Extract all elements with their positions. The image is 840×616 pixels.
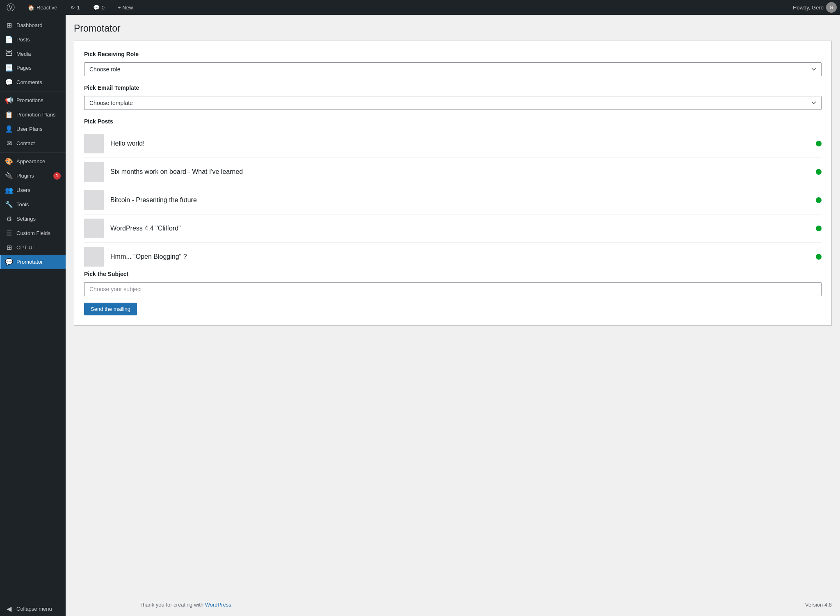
sidebar-item-appearance[interactable]: 🎨 Appearance (0, 154, 66, 169)
promotions-icon: 📢 (5, 96, 13, 104)
posts-icon: 📄 (5, 36, 13, 43)
collapse-icon: ◀ (5, 605, 13, 613)
promotator-icon: 💬 (5, 258, 13, 266)
page-title: Promotator (74, 23, 832, 34)
sidebar-item-tools[interactable]: 🔧 Tools (0, 197, 66, 212)
post-selected-indicator (816, 169, 822, 175)
promotion-plans-icon: 📋 (5, 111, 13, 119)
sidebar-item-contact[interactable]: ✉ Contact (0, 136, 66, 151)
receiving-role-label: Pick Receiving Role (84, 51, 822, 57)
sidebar-divider (0, 91, 66, 91)
site-name: Reactive (37, 5, 57, 11)
sidebar-item-pages[interactable]: 📃 Pages (0, 61, 66, 75)
settings-icon: ⚙ (5, 215, 13, 223)
comments-button[interactable]: 💬 0 (90, 0, 108, 15)
post-thumbnail (84, 247, 104, 267)
avatar: G (826, 2, 837, 13)
comments-icon: 💬 (93, 5, 100, 11)
sidebar-divider (0, 271, 66, 271)
sidebar-label: Media (16, 51, 61, 57)
sidebar-label: Dashboard (16, 22, 61, 28)
sidebar: ⊞ Dashboard 📄 Posts 🖼 Media 📃 Pages 💬 Co… (0, 15, 66, 616)
sidebar-item-dashboard[interactable]: ⊞ Dashboard (0, 18, 66, 32)
sidebar-label: Contact (16, 140, 61, 146)
sidebar-label: Comments (16, 79, 61, 85)
plugins-icon: 🔌 (5, 172, 13, 180)
sidebar-item-comments[interactable]: 💬 Comments (0, 75, 66, 89)
sidebar-label: Promotion Plans (16, 112, 61, 118)
sidebar-label: Promotions (16, 97, 61, 103)
post-selected-indicator (816, 254, 822, 260)
post-title: Hello world! (110, 140, 816, 147)
sidebar-label: Pages (16, 65, 61, 71)
post-title: Bitcoin - Presenting the future (110, 196, 816, 204)
sidebar-item-custom-fields[interactable]: ☰ Custom Fields (0, 226, 66, 240)
post-thumbnail (84, 190, 104, 210)
email-template-select[interactable]: Choose template (84, 96, 822, 110)
howdy-text: Howdy, Gero (793, 5, 824, 11)
appearance-icon: 🎨 (5, 157, 13, 165)
send-mailing-button[interactable]: Send the mailing (84, 303, 137, 315)
sidebar-label: Collapse menu (16, 606, 61, 612)
sidebar-item-settings[interactable]: ⚙ Settings (0, 212, 66, 226)
wordpress-link[interactable]: WordPress (205, 602, 231, 608)
sidebar-item-cpt-ui[interactable]: ⊞ CPT UI (0, 240, 66, 255)
tools-icon: 🔧 (5, 201, 13, 208)
list-item[interactable]: Hello world! (84, 130, 822, 158)
sidebar-label: CPT UI (16, 244, 61, 251)
sidebar-item-promotions[interactable]: 📢 Promotions (0, 93, 66, 107)
comments-icon: 💬 (5, 78, 13, 86)
post-title: Hmm... "Open Blogging" ? (110, 253, 816, 260)
sidebar-item-users[interactable]: 👥 Users (0, 183, 66, 197)
media-icon: 🖼 (5, 50, 13, 57)
sidebar-item-plugins[interactable]: 🔌 Plugins 1 (0, 169, 66, 183)
list-item[interactable]: Six months work on board - What I've lea… (84, 158, 822, 186)
list-item[interactable]: Hmm... "Open Blogging" ? (84, 243, 822, 271)
site-name-button[interactable]: 🏠 Reactive (25, 0, 61, 15)
version-text: Version 4.8 (805, 602, 832, 608)
updates-button[interactable]: ↻ 1 (67, 0, 83, 15)
receiving-role-select[interactable]: Choose role Administrator Editor Author … (84, 62, 822, 76)
new-content-button[interactable]: + New (114, 0, 136, 15)
sidebar-label: Appearance (16, 158, 61, 164)
wp-logo-button[interactable]: Ⓥ (3, 0, 18, 15)
list-item[interactable]: Bitcoin - Presenting the future (84, 186, 822, 214)
sidebar-item-user-plans[interactable]: 👤 User Plans (0, 122, 66, 136)
custom-fields-icon: ☰ (5, 229, 13, 237)
user-menu-button[interactable]: Howdy, Gero G (793, 2, 837, 13)
wp-logo-icon: Ⓥ (7, 2, 15, 13)
plugins-badge: 1 (53, 172, 61, 180)
post-selected-indicator (816, 197, 822, 203)
post-selected-indicator (816, 141, 822, 146)
post-thumbnail (84, 162, 104, 182)
sidebar-label: User Plans (16, 126, 61, 132)
sidebar-label: Plugins (16, 173, 50, 179)
sidebar-item-promotion-plans[interactable]: 📋 Promotion Plans (0, 107, 66, 122)
home-icon: 🏠 (28, 5, 34, 11)
post-title: WordPress 4.4 "Clifford" (110, 225, 816, 232)
sidebar-item-media[interactable]: 🖼 Media (0, 47, 66, 61)
sidebar-item-posts[interactable]: 📄 Posts (0, 32, 66, 47)
email-template-label: Pick Email Template (84, 84, 822, 91)
list-item[interactable]: WordPress 4.4 "Clifford" (84, 214, 822, 243)
subject-input[interactable] (84, 282, 822, 296)
posts-list: Hello world! Six months work on board - … (84, 130, 822, 271)
updates-icon: ↻ (71, 5, 75, 11)
sidebar-divider (0, 152, 66, 153)
post-selected-indicator (816, 226, 822, 231)
sidebar-label: Posts (16, 37, 61, 43)
cpt-ui-icon: ⊞ (5, 244, 13, 251)
new-label: + New (118, 5, 133, 11)
collapse-menu-button[interactable]: ◀ Collapse menu (0, 602, 66, 616)
sidebar-item-promotator[interactable]: 💬 Promotator (0, 255, 66, 269)
updates-count: 1 (77, 5, 80, 11)
contact-icon: ✉ (5, 139, 13, 147)
admin-bar: Ⓥ 🏠 Reactive ↻ 1 💬 0 + New Howdy, Gero G (0, 0, 840, 15)
sidebar-label: Users (16, 187, 61, 193)
users-icon: 👥 (5, 186, 13, 194)
pages-icon: 📃 (5, 64, 13, 72)
dashboard-icon: ⊞ (5, 21, 13, 29)
sidebar-label: Settings (16, 216, 61, 222)
sidebar-label: Promotator (16, 259, 61, 265)
footer-text: Thank you for creating with WordPress. (139, 602, 233, 608)
